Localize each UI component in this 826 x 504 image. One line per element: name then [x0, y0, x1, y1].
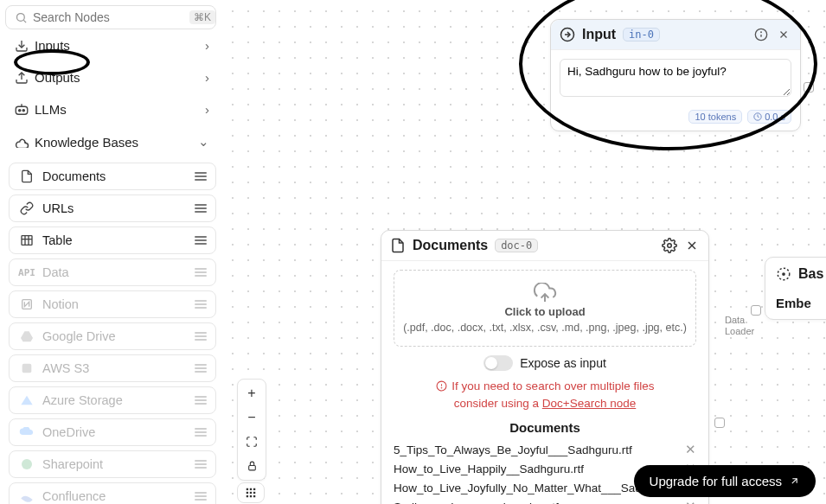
data-icon: API: [18, 267, 35, 278]
kb-item-aws[interactable]: AWS S3: [9, 354, 216, 382]
svg-point-6: [22, 109, 24, 111]
confluence-icon: [18, 490, 35, 502]
drag-handle-icon[interactable]: [195, 492, 207, 501]
category-inputs[interactable]: Inputs ›: [5, 29, 216, 61]
gear-icon[interactable]: [662, 238, 677, 253]
kb-item-label: Sharepoint: [42, 457, 188, 471]
output-handle[interactable]: [714, 418, 725, 428]
drag-handle-icon[interactable]: [195, 364, 207, 373]
input-node[interactable]: Input in-0 10 tokens 0.0 s: [550, 19, 801, 131]
svg-point-5: [19, 109, 21, 111]
svg-rect-37: [253, 488, 255, 490]
kb-item-data[interactable]: APIData: [9, 258, 216, 286]
kb-item-sharepoint[interactable]: Sharepoint: [9, 450, 216, 478]
doc-search-link[interactable]: Doc+Search node: [542, 397, 636, 410]
peek-title: Bas: [798, 266, 823, 282]
svg-point-33: [782, 272, 785, 276]
kb-item-label: Table: [42, 233, 188, 247]
svg-rect-38: [247, 492, 248, 494]
lock-button[interactable]: [240, 455, 263, 477]
close-icon[interactable]: [684, 239, 700, 252]
kb-item-label: Confluence: [42, 489, 188, 503]
drag-handle-icon[interactable]: [195, 172, 207, 181]
svg-rect-41: [247, 495, 248, 497]
expose-label: Expose as input: [520, 356, 606, 370]
aws-icon: [18, 361, 35, 375]
table-icon: [18, 233, 35, 247]
kb-item-table[interactable]: Table: [9, 226, 216, 254]
expose-as-input-row: Expose as input: [394, 355, 696, 371]
category-label: LLMs: [35, 102, 205, 117]
category-llms[interactable]: LLMs ›: [5, 93, 216, 125]
zoom-in-button[interactable]: +: [240, 382, 263, 405]
upload-title: Click to upload: [403, 305, 687, 318]
onedrive-icon: [18, 427, 35, 437]
cloud-upload-icon: [403, 283, 687, 302]
search-nodes[interactable]: ⌘K: [5, 5, 216, 29]
kb-item-label: Documents: [42, 169, 188, 183]
svg-marker-13: [21, 331, 33, 341]
close-icon[interactable]: [776, 29, 791, 41]
cloud-icon: [12, 136, 31, 148]
svg-rect-34: [248, 465, 255, 469]
basic-node-peek[interactable]: Bas Embe: [765, 257, 826, 320]
info-icon[interactable]: [753, 28, 769, 41]
svg-line-1: [23, 20, 26, 22]
svg-marker-15: [21, 396, 32, 405]
node-id-chip: in-0: [623, 28, 660, 41]
category-label: Knowledge Bases: [35, 135, 198, 150]
drag-handle-icon[interactable]: [195, 396, 207, 405]
grid-toggle-button[interactable]: [237, 482, 265, 503]
arrow-circle-icon: [560, 27, 575, 42]
svg-rect-4: [16, 106, 28, 114]
output-handle[interactable]: [804, 82, 814, 93]
drag-handle-icon[interactable]: [195, 236, 207, 245]
svg-rect-8: [22, 236, 32, 246]
node-header[interactable]: Input in-0: [551, 20, 800, 50]
category-label: Inputs: [35, 38, 205, 53]
kb-item-confluence[interactable]: Confluence: [9, 482, 216, 504]
kb-item-onedrive[interactable]: OneDrive: [9, 418, 216, 446]
zoom-out-button[interactable]: −: [240, 406, 263, 429]
drag-handle-icon[interactable]: [195, 332, 207, 341]
drag-handle-icon[interactable]: [195, 204, 207, 213]
svg-point-25: [668, 244, 672, 248]
drag-handle-icon[interactable]: [195, 460, 207, 469]
kb-item-documents[interactable]: Documents: [9, 163, 216, 190]
svg-point-0: [17, 13, 25, 21]
svg-rect-35: [247, 488, 248, 490]
robot-icon: [12, 103, 31, 117]
warning-text: If you need to search over multiple file…: [394, 378, 696, 411]
kb-item-urls[interactable]: URLs: [9, 195, 216, 222]
documents-node[interactable]: Documents doc-0 Click to upload (.pdf, .…: [381, 230, 709, 504]
node-title: Input: [582, 27, 616, 42]
expose-toggle[interactable]: [483, 355, 513, 371]
kb-item-gdrive[interactable]: Google Drive: [9, 322, 216, 350]
warning-line2: consider using a: [454, 397, 542, 410]
category-outputs[interactable]: Outputs ›: [5, 61, 216, 93]
remove-file-icon[interactable]: ✕: [685, 442, 696, 457]
drag-handle-icon[interactable]: [195, 268, 207, 277]
document-icon: [390, 238, 406, 253]
drag-handle-icon[interactable]: [195, 300, 207, 309]
category-knowledge-bases[interactable]: Knowledge Bases ⌄: [5, 125, 216, 158]
svg-point-31: [441, 387, 442, 388]
cost-chip: 0.0 s: [747, 110, 791, 124]
kb-item-notion[interactable]: Notion: [9, 290, 216, 318]
node-header[interactable]: Documents doc-0: [381, 231, 708, 261]
document-row: 5_Tips_To_Always_Be_Joyful___Sadhguru.rt…: [394, 440, 696, 459]
sharepoint-icon: [18, 457, 35, 471]
svg-point-21: [761, 32, 762, 33]
fit-view-button[interactable]: [240, 431, 263, 453]
search-input[interactable]: [33, 10, 184, 24]
drag-handle-icon[interactable]: [195, 428, 207, 437]
remove-file-icon[interactable]: ✕: [685, 499, 696, 504]
download-icon: [12, 39, 31, 53]
input-textarea[interactable]: [560, 59, 791, 97]
kb-item-label: Data: [42, 265, 188, 279]
upload-area[interactable]: Click to upload (.pdf, .doc, .docx, .txt…: [394, 270, 696, 347]
kb-item-azure[interactable]: Azure Storage: [9, 386, 216, 414]
upgrade-button[interactable]: Upgrade for full access: [634, 465, 816, 497]
peek-row2: Embe: [776, 296, 826, 310]
documents-heading: Documents: [394, 420, 696, 435]
